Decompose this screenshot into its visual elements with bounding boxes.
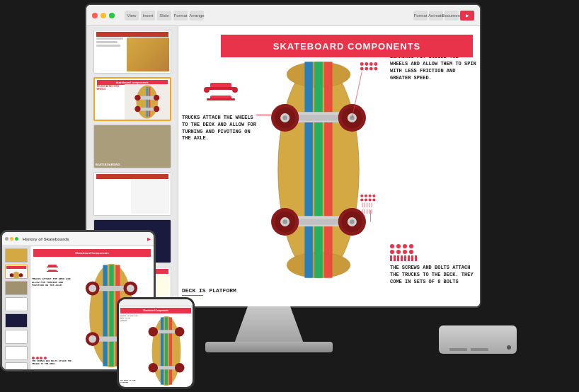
svg-point-72 bbox=[18, 273, 23, 277]
svg-point-42 bbox=[360, 62, 364, 66]
phone-content: Skateboard Components bbox=[119, 306, 193, 387]
close-dot[interactable] bbox=[92, 13, 98, 18]
tablet-trucks-description: TRUCKS ATTACH THE DECK AND ALLOW FOR TUR… bbox=[32, 277, 73, 287]
svg-point-71 bbox=[9, 273, 13, 277]
tablet-slide-panel bbox=[2, 246, 30, 369]
screws-description: THE SCREWS AND BOLTS ATTACH THE TRUCKS T… bbox=[390, 264, 478, 285]
bearings-description: BEARINGS FIT INSIDE THE WHEELS AND ALLOW… bbox=[390, 53, 478, 82]
svg-point-5 bbox=[134, 95, 140, 100]
tablet-app-title: History of Skateboards bbox=[23, 237, 69, 241]
screws-section: THE SCREWS AND BOLTS ATTACH THE TRUCKS T… bbox=[390, 244, 478, 285]
svg-point-9 bbox=[154, 106, 159, 112]
svg-rect-98 bbox=[157, 366, 176, 369]
svg-point-70 bbox=[13, 272, 19, 278]
toolbar-button[interactable]: Slide bbox=[157, 11, 171, 21]
tablet-present-btn[interactable]: ▶ bbox=[147, 236, 151, 241]
maximize-dot[interactable] bbox=[109, 13, 115, 18]
slide-thumb-1[interactable] bbox=[93, 30, 171, 74]
phone-skateboard-svg bbox=[140, 315, 193, 387]
svg-rect-15 bbox=[207, 98, 235, 100]
svg-point-51 bbox=[360, 195, 363, 197]
slide-thumb-2[interactable]: skateboard components bbox=[93, 77, 171, 121]
tablet-thumb-1[interactable] bbox=[5, 248, 28, 263]
toolbar-button[interactable]: Format bbox=[173, 11, 188, 21]
svg-point-8 bbox=[134, 106, 140, 112]
slide-title: skateboard components bbox=[273, 41, 421, 52]
tablet-screws-text: THE SCREWS AND BOLTS ATTACH THE TRUCKS T… bbox=[32, 357, 73, 366]
svg-rect-90 bbox=[47, 271, 58, 272]
slide-thumb-3[interactable]: SKATEBOARDING bbox=[93, 125, 171, 168]
main-slide-area: skateboard components TRUCKS ATTACH THE … bbox=[178, 26, 480, 306]
phone-toolbar bbox=[119, 299, 193, 306]
svg-point-44 bbox=[369, 62, 373, 66]
svg-point-13 bbox=[232, 87, 238, 93]
phone-trucks-description: TRUCKS ATTACH THE DECK ALLOW TURNING bbox=[119, 315, 139, 322]
tablet-minimize-dot[interactable] bbox=[10, 237, 13, 241]
toolbar-button[interactable]: Document bbox=[445, 11, 459, 21]
svg-point-96 bbox=[149, 327, 159, 337]
svg-point-99 bbox=[149, 363, 159, 373]
phone-skateboard-area bbox=[140, 315, 193, 387]
tablet-thumb-2[interactable] bbox=[5, 265, 28, 279]
phone-title: Skateboard Components bbox=[143, 309, 168, 312]
svg-point-57 bbox=[369, 198, 372, 201]
svg-rect-11 bbox=[207, 87, 235, 90]
svg-point-43 bbox=[365, 62, 368, 66]
toolbar-button[interactable]: Arrange bbox=[190, 11, 204, 21]
phone-bottom-text: THE DECK IS THE PLATFORM bbox=[119, 379, 139, 384]
slide-thumb-4[interactable] bbox=[93, 172, 171, 216]
screw-dots-row2 bbox=[390, 250, 478, 254]
trucks-section: TRUCKS ATTACH THE WHEELS TO THE DECK AND… bbox=[182, 76, 260, 142]
toolbar-button[interactable]: Format bbox=[413, 11, 428, 21]
svg-point-27 bbox=[282, 115, 287, 120]
svg-point-37 bbox=[282, 219, 287, 224]
svg-point-56 bbox=[365, 198, 367, 201]
tablet-truck-icon bbox=[42, 262, 62, 276]
minimize-dot[interactable] bbox=[101, 13, 106, 18]
bolt-lines bbox=[390, 255, 478, 261]
mac-mini bbox=[439, 325, 517, 354]
svg-rect-4 bbox=[139, 96, 155, 100]
svg-point-12 bbox=[204, 87, 210, 93]
tablet-title-text: Skateboard Components bbox=[75, 251, 108, 255]
svg-point-6 bbox=[154, 95, 159, 100]
svg-rect-95 bbox=[157, 330, 176, 333]
svg-rect-77 bbox=[98, 286, 125, 291]
toolbar-button[interactable]: Insert bbox=[141, 11, 155, 21]
svg-point-54 bbox=[372, 195, 375, 197]
tablet-thumb-5[interactable] bbox=[5, 313, 28, 328]
svg-point-55 bbox=[360, 198, 363, 201]
svg-point-79 bbox=[88, 284, 96, 292]
tablet-thumb-3[interactable] bbox=[5, 281, 28, 295]
toolbar-button[interactable]: Animate bbox=[429, 11, 443, 21]
svg-point-84 bbox=[88, 335, 96, 343]
svg-point-45 bbox=[374, 62, 377, 66]
tablet-screws-description: THE SCREWS AND BOLTS ATTACH THE TRUCKS T… bbox=[32, 360, 73, 366]
truck-icon bbox=[200, 76, 242, 111]
deck-label: DECK IS PLATFORM bbox=[182, 287, 236, 296]
toolbar-button[interactable]: View bbox=[125, 11, 139, 21]
screw-dots bbox=[390, 244, 478, 248]
svg-point-52 bbox=[365, 195, 367, 197]
tablet-toolbar: History of Skateboards ▶ bbox=[2, 232, 154, 246]
tablet-maximize-dot[interactable] bbox=[15, 237, 18, 241]
tablet-thumb-7[interactable] bbox=[5, 346, 28, 360]
svg-rect-7 bbox=[139, 108, 155, 110]
svg-point-48 bbox=[369, 67, 373, 71]
tablet-title-banner: Skateboard Components bbox=[33, 249, 151, 257]
phone-screen: Skateboard Components bbox=[119, 299, 193, 387]
skateboard-svg bbox=[249, 33, 388, 306]
deck-text: DECK IS PLATFORM bbox=[182, 287, 236, 294]
tablet-thumb-6[interactable] bbox=[5, 330, 28, 344]
tablet-trucks-text: TRUCKS ATTACH THE DECK AND ALLOW FOR TUR… bbox=[32, 262, 73, 287]
phone-bottom-description: THE DECK IS THE PLATFORM bbox=[119, 379, 139, 384]
phone-trucks-text: TRUCKS ATTACH THE DECK ALLOW TURNING bbox=[119, 315, 139, 322]
svg-point-41 bbox=[350, 219, 355, 224]
tablet-thumb-4[interactable] bbox=[5, 297, 28, 311]
svg-point-58 bbox=[372, 198, 375, 201]
phone-title-banner: Skateboard Components bbox=[120, 308, 191, 313]
present-button[interactable]: ▶ bbox=[460, 11, 474, 21]
tablet-thumb-8[interactable] bbox=[5, 362, 28, 369]
tablet-close-dot[interactable] bbox=[5, 237, 8, 241]
svg-rect-88 bbox=[47, 266, 58, 267]
